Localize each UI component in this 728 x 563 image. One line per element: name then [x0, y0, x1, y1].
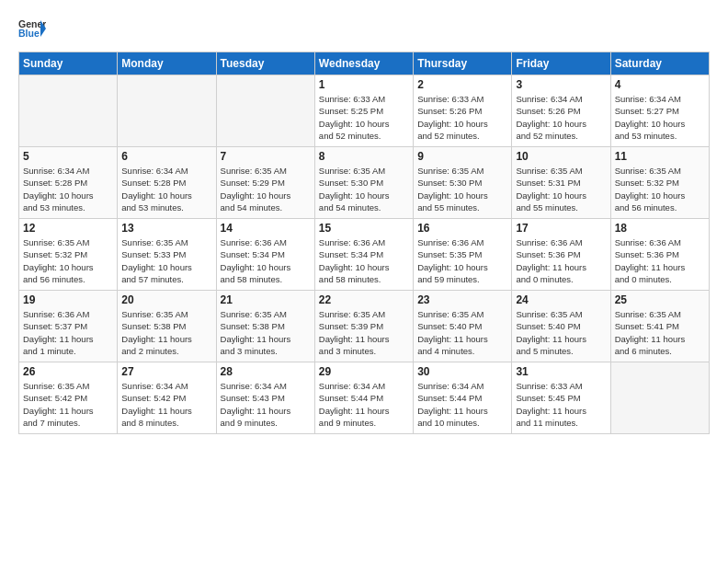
calendar-cell: 25Sunrise: 6:35 AM Sunset: 5:41 PM Dayli… — [610, 291, 709, 362]
calendar-cell: 2Sunrise: 6:33 AM Sunset: 5:26 PM Daylig… — [414, 75, 512, 147]
calendar-cell: 31Sunrise: 6:33 AM Sunset: 5:45 PM Dayli… — [512, 362, 610, 434]
day-number: 5 — [23, 150, 113, 163]
calendar-cell: 1Sunrise: 6:33 AM Sunset: 5:25 PM Daylig… — [314, 75, 413, 147]
day-detail: Sunrise: 6:35 AM Sunset: 5:40 PM Dayligh… — [516, 308, 606, 357]
day-detail: Sunrise: 6:34 AM Sunset: 5:28 PM Dayligh… — [23, 165, 113, 213]
day-number: 27 — [121, 365, 211, 378]
calendar-cell: 28Sunrise: 6:34 AM Sunset: 5:43 PM Dayli… — [216, 362, 314, 434]
day-number: 23 — [417, 293, 507, 306]
calendar-week-4: 19Sunrise: 6:36 AM Sunset: 5:37 PM Dayli… — [19, 291, 710, 362]
weekday-header-friday: Friday — [512, 52, 610, 75]
calendar-cell: 17Sunrise: 6:36 AM Sunset: 5:36 PM Dayli… — [512, 219, 610, 291]
calendar-cell: 23Sunrise: 6:35 AM Sunset: 5:40 PM Dayli… — [414, 291, 512, 362]
calendar-cell: 9Sunrise: 6:35 AM Sunset: 5:30 PM Daylig… — [414, 147, 512, 219]
logo: General Blue — [18, 15, 46, 42]
day-detail: Sunrise: 6:34 AM Sunset: 5:43 PM Dayligh… — [221, 380, 311, 429]
calendar-cell: 16Sunrise: 6:36 AM Sunset: 5:35 PM Dayli… — [414, 219, 512, 291]
day-detail: Sunrise: 6:36 AM Sunset: 5:34 PM Dayligh… — [221, 236, 311, 285]
calendar-cell — [216, 75, 314, 147]
header: General Blue — [18, 15, 710, 42]
calendar-cell: 11Sunrise: 6:35 AM Sunset: 5:32 PM Dayli… — [610, 147, 709, 219]
day-number: 9 — [417, 150, 507, 163]
weekday-header-sunday: Sunday — [19, 52, 118, 75]
svg-text:Blue: Blue — [18, 28, 40, 39]
day-number: 14 — [221, 222, 311, 235]
day-number: 7 — [221, 150, 311, 163]
day-number: 26 — [23, 365, 113, 378]
calendar-cell: 27Sunrise: 6:34 AM Sunset: 5:42 PM Dayli… — [118, 362, 216, 434]
day-number: 1 — [319, 78, 409, 91]
day-detail: Sunrise: 6:35 AM Sunset: 5:31 PM Dayligh… — [516, 165, 606, 213]
day-detail: Sunrise: 6:34 AM Sunset: 5:44 PM Dayligh… — [417, 380, 507, 429]
day-detail: Sunrise: 6:36 AM Sunset: 5:34 PM Dayligh… — [319, 236, 409, 285]
calendar-week-3: 12Sunrise: 6:35 AM Sunset: 5:32 PM Dayli… — [19, 219, 710, 291]
calendar-cell: 29Sunrise: 6:34 AM Sunset: 5:44 PM Dayli… — [314, 362, 413, 434]
logo-icon: General Blue — [18, 15, 46, 42]
day-detail: Sunrise: 6:35 AM Sunset: 5:38 PM Dayligh… — [121, 308, 211, 357]
day-detail: Sunrise: 6:33 AM Sunset: 5:25 PM Dayligh… — [319, 93, 409, 142]
day-detail: Sunrise: 6:35 AM Sunset: 5:33 PM Dayligh… — [121, 236, 211, 285]
day-detail: Sunrise: 6:34 AM Sunset: 5:26 PM Dayligh… — [516, 93, 606, 142]
day-number: 4 — [615, 78, 705, 91]
calendar-cell: 5Sunrise: 6:34 AM Sunset: 5:28 PM Daylig… — [19, 147, 118, 219]
day-number: 13 — [121, 222, 211, 235]
day-number: 19 — [23, 293, 113, 306]
day-detail: Sunrise: 6:33 AM Sunset: 5:45 PM Dayligh… — [516, 380, 606, 429]
calendar-cell: 26Sunrise: 6:35 AM Sunset: 5:42 PM Dayli… — [19, 362, 118, 434]
day-number: 22 — [319, 293, 409, 306]
day-number: 6 — [121, 150, 211, 163]
day-detail: Sunrise: 6:35 AM Sunset: 5:38 PM Dayligh… — [221, 308, 311, 357]
day-detail: Sunrise: 6:35 AM Sunset: 5:30 PM Dayligh… — [417, 165, 507, 213]
calendar-cell: 19Sunrise: 6:36 AM Sunset: 5:37 PM Dayli… — [19, 291, 118, 362]
day-detail: Sunrise: 6:35 AM Sunset: 5:39 PM Dayligh… — [319, 308, 409, 357]
calendar-cell: 21Sunrise: 6:35 AM Sunset: 5:38 PM Dayli… — [216, 291, 314, 362]
calendar-cell: 15Sunrise: 6:36 AM Sunset: 5:34 PM Dayli… — [314, 219, 413, 291]
day-number: 15 — [319, 222, 409, 235]
weekday-header-tuesday: Tuesday — [216, 52, 314, 75]
day-detail: Sunrise: 6:35 AM Sunset: 5:42 PM Dayligh… — [23, 380, 113, 429]
weekday-header-wednesday: Wednesday — [314, 52, 413, 75]
day-number: 12 — [23, 222, 113, 235]
day-detail: Sunrise: 6:35 AM Sunset: 5:32 PM Dayligh… — [23, 236, 113, 285]
day-number: 25 — [615, 293, 705, 306]
weekday-header-saturday: Saturday — [610, 52, 709, 75]
day-detail: Sunrise: 6:35 AM Sunset: 5:41 PM Dayligh… — [615, 308, 705, 357]
day-number: 8 — [319, 150, 409, 163]
day-detail: Sunrise: 6:36 AM Sunset: 5:36 PM Dayligh… — [615, 236, 705, 285]
calendar-cell: 3Sunrise: 6:34 AM Sunset: 5:26 PM Daylig… — [512, 75, 610, 147]
day-number: 20 — [121, 293, 211, 306]
calendar-cell: 7Sunrise: 6:35 AM Sunset: 5:29 PM Daylig… — [216, 147, 314, 219]
calendar-cell: 24Sunrise: 6:35 AM Sunset: 5:40 PM Dayli… — [512, 291, 610, 362]
day-detail: Sunrise: 6:36 AM Sunset: 5:35 PM Dayligh… — [417, 236, 507, 285]
calendar-table: SundayMondayTuesdayWednesdayThursdayFrid… — [18, 52, 710, 434]
weekday-header-monday: Monday — [118, 52, 216, 75]
calendar-week-1: 1Sunrise: 6:33 AM Sunset: 5:25 PM Daylig… — [19, 75, 710, 147]
day-number: 17 — [516, 222, 606, 235]
day-number: 24 — [516, 293, 606, 306]
day-detail: Sunrise: 6:36 AM Sunset: 5:37 PM Dayligh… — [23, 308, 113, 357]
day-detail: Sunrise: 6:34 AM Sunset: 5:42 PM Dayligh… — [121, 380, 211, 429]
day-number: 11 — [615, 150, 705, 163]
day-detail: Sunrise: 6:36 AM Sunset: 5:36 PM Dayligh… — [516, 236, 606, 285]
day-detail: Sunrise: 6:34 AM Sunset: 5:44 PM Dayligh… — [319, 380, 409, 429]
calendar-week-2: 5Sunrise: 6:34 AM Sunset: 5:28 PM Daylig… — [19, 147, 710, 219]
day-number: 2 — [417, 78, 507, 91]
calendar-cell: 22Sunrise: 6:35 AM Sunset: 5:39 PM Dayli… — [314, 291, 413, 362]
day-number: 30 — [417, 365, 507, 378]
calendar-cell: 10Sunrise: 6:35 AM Sunset: 5:31 PM Dayli… — [512, 147, 610, 219]
weekday-header-row: SundayMondayTuesdayWednesdayThursdayFrid… — [19, 52, 710, 75]
day-detail: Sunrise: 6:34 AM Sunset: 5:27 PM Dayligh… — [615, 93, 705, 142]
day-number: 18 — [615, 222, 705, 235]
calendar-cell — [610, 362, 709, 434]
calendar-cell: 13Sunrise: 6:35 AM Sunset: 5:33 PM Dayli… — [118, 219, 216, 291]
day-number: 28 — [221, 365, 311, 378]
calendar-cell: 14Sunrise: 6:36 AM Sunset: 5:34 PM Dayli… — [216, 219, 314, 291]
day-detail: Sunrise: 6:33 AM Sunset: 5:26 PM Dayligh… — [417, 93, 507, 142]
day-detail: Sunrise: 6:35 AM Sunset: 5:40 PM Dayligh… — [417, 308, 507, 357]
day-number: 29 — [319, 365, 409, 378]
calendar-cell: 12Sunrise: 6:35 AM Sunset: 5:32 PM Dayli… — [19, 219, 118, 291]
weekday-header-thursday: Thursday — [414, 52, 512, 75]
day-detail: Sunrise: 6:35 AM Sunset: 5:30 PM Dayligh… — [319, 165, 409, 213]
calendar-cell: 20Sunrise: 6:35 AM Sunset: 5:38 PM Dayli… — [118, 291, 216, 362]
calendar-cell: 8Sunrise: 6:35 AM Sunset: 5:30 PM Daylig… — [314, 147, 413, 219]
